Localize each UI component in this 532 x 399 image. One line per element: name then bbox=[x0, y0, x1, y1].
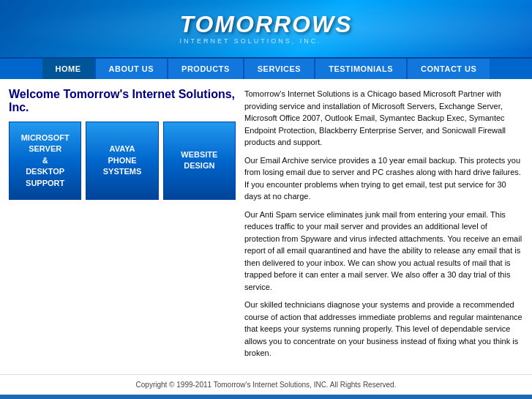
footer-text: Copyright © 1999-2011 Tomorrow's Interne… bbox=[136, 381, 397, 389]
logo-subtitle: INTERNET SOLUTIONS, INC. bbox=[179, 37, 321, 45]
service-box-microsoft[interactable]: MICROSOFTSERVER&DESKTOPSUPPORT bbox=[9, 122, 81, 200]
site-header: TOMORROWS INTERNET SOLUTIONS, INC. bbox=[0, 0, 532, 57]
site-footer: Copyright © 1999-2011 Tomorrow's Interne… bbox=[0, 374, 532, 395]
logo: TOMORROWS INTERNET SOLUTIONS, INC. bbox=[179, 12, 352, 45]
nav-testimonials[interactable]: TESTIMONIALS bbox=[315, 59, 407, 79]
service-box-microsoft-label: MICROSOFTSERVER&DESKTOPSUPPORT bbox=[21, 133, 70, 189]
main-nav: HOME ABOUT US PRODUCTS SERVICES TESTIMON… bbox=[0, 57, 532, 79]
nav-contact[interactable]: CONTACT US bbox=[407, 59, 490, 79]
content-area: Welcome Tomorrow's Internet Solutions, I… bbox=[0, 79, 532, 374]
nav-services[interactable]: SERVICES bbox=[244, 59, 315, 79]
service-box-avaya[interactable]: AVAYAPHONESYSTEMS bbox=[86, 122, 158, 200]
service-box-website[interactable]: WEBSITEDESIGN bbox=[163, 122, 236, 200]
service-box-avaya-label: AVAYAPHONESYSTEMS bbox=[103, 143, 142, 177]
desc-para-3: Our Anti Spam service eliminates junk ma… bbox=[244, 209, 523, 294]
desc-para-2: Our Email Archive service provides a 10 … bbox=[244, 154, 523, 203]
nav-products[interactable]: PRODUCTS bbox=[168, 59, 244, 79]
main-wrapper: Welcome Tomorrow's Internet Solutions, I… bbox=[0, 79, 532, 395]
nav-home[interactable]: HOME bbox=[42, 59, 95, 79]
service-boxes: MICROSOFTSERVER&DESKTOPSUPPORT AVAYAPHON… bbox=[9, 122, 236, 200]
nav-about[interactable]: ABOUT US bbox=[95, 59, 168, 79]
background-fill bbox=[0, 395, 532, 400]
logo-main: TOMORROWS bbox=[179, 12, 352, 36]
service-box-website-label: WEBSITEDESIGN bbox=[181, 149, 217, 172]
desc-para-4: Our skilled technicians diagnose your sy… bbox=[244, 299, 523, 359]
desc-para-1: Tomorrow's Internet Solutions is a Chica… bbox=[244, 88, 523, 149]
welcome-title: Welcome Tomorrow's Internet Solutions, I… bbox=[9, 88, 236, 114]
right-column: Tomorrow's Internet Solutions is a Chica… bbox=[244, 88, 523, 365]
left-column: Welcome Tomorrow's Internet Solutions, I… bbox=[9, 88, 236, 365]
